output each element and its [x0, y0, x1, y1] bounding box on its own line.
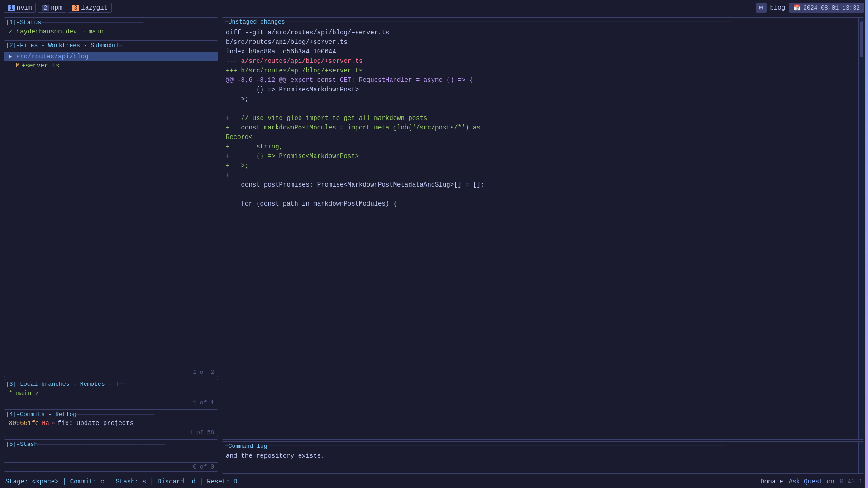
diff-line-7: () => Promise<MarkdownPost> [226, 85, 855, 95]
diff-line-10: + // use vite glob import to get all mar… [226, 114, 855, 123]
branches-section-label: [3]–Local branches - Remotes - T [6, 381, 119, 388]
project-name: blog [770, 4, 786, 11]
tab-bar: 1 nvim 2 npm 3 lazygit ⊞ blog 📅 2024-08-… [0, 0, 868, 15]
diff-line-3: index b8ac80a..c56b3a4 100644 [226, 47, 855, 57]
status-bar: Stage: <space> | Commit: c | Stash: s | … [0, 475, 868, 488]
commits-panel: [4]–Commits - Reflog ───────────────────… [4, 409, 218, 437]
status-item: ✓ haydenhanson.dev → main [4, 27, 218, 36]
files-section-label: [2]–Files - Worktrees - Submodul [6, 42, 119, 49]
cmd-log-panel: ─Command log────────────────────────────… [222, 441, 864, 474]
status-title: [1]–Status ───────────────────────────── [4, 18, 218, 27]
branches-footer: 1 of 1 [4, 398, 218, 407]
diff-line-17: const postPromises: Promise<MarkdownPost… [226, 180, 855, 190]
scrollbar[interactable] [858, 18, 864, 439]
file-dir-label: src/routes/api/blog [16, 53, 89, 60]
files-panel: [2]–Files - Worktrees - Submodul ─ ▶ src… [4, 40, 218, 377]
tab-label-npm: npm [51, 4, 62, 11]
tab-label-lazygit: lazygit [81, 4, 108, 11]
ask-question-link[interactable]: Ask Question [789, 478, 835, 485]
diff-line-18 [226, 190, 855, 199]
diff-line-8: >; [226, 95, 855, 104]
stash-footer: 0 of 0 [4, 462, 218, 471]
diff-line-9 [226, 104, 855, 114]
branch-item[interactable]: * main ✓ [4, 388, 218, 398]
file-item-dir[interactable]: ▶ src/routes/api/blog [4, 52, 218, 61]
datetime-display: 📅 2024-08-01 13:32 [789, 3, 864, 13]
diff-panel-inner: ─Unstaged changes───────────────────────… [222, 18, 858, 439]
right-panel: ─Unstaged changes───────────────────────… [222, 15, 868, 475]
file-item-file[interactable]: M+server.ts [4, 61, 218, 70]
diff-line-5: +++ b/src/routes/api/blog/+server.ts [226, 66, 855, 76]
branches-panel: [3]–Local branches - Remotes - T ── * ma… [4, 379, 218, 407]
files-content: ▶ src/routes/api/blog M+server.ts [4, 50, 218, 368]
cmd-log-dash: ─ [225, 443, 229, 450]
commits-footer: 1 of 58 [4, 428, 218, 437]
tab-lazygit[interactable]: 3 lazygit [68, 3, 112, 13]
cmd-log-content: and the repository exists. [222, 450, 858, 473]
scrollbar-thumb [860, 21, 863, 57]
commit-item[interactable]: 809661fe Ha ○ fix: update projects [4, 419, 218, 428]
main-content: [1]–Status ─────────────────────────────… [0, 15, 868, 475]
diff-line-13: + string, [226, 142, 855, 152]
diff-line-4: --- a/src/routes/api/blog/+server.ts [226, 57, 855, 66]
commit-msg: fix: update projects [57, 420, 134, 427]
files-footer: 1 of 2 [4, 368, 218, 377]
diff-content: diff --git a/src/routes/api/blog/+server… [222, 26, 858, 439]
right-accent-bar [865, 0, 868, 488]
tab-num-2: 2 [42, 5, 49, 11]
stash-section-label: [5]–Stash [6, 441, 38, 448]
stash-panel: [5]–Stash ──────────────────────────────… [4, 439, 218, 472]
diff-line-11: + const markdownPostModules = import.met… [226, 123, 855, 133]
donate-link[interactable]: Donate [760, 478, 783, 485]
commit-author: Ha [42, 420, 49, 427]
version-label: 0.43.1 [840, 478, 863, 485]
stash-title: [5]–Stash ──────────────────────────────… [4, 440, 218, 449]
status-bar-keybindings: Stage: <space> | Commit: c | Stash: s | … [5, 478, 253, 485]
files-title: [2]–Files - Worktrees - Submodul ─ [4, 41, 218, 50]
tab-num-3: 3 [72, 5, 79, 11]
diff-line-16: + [226, 171, 855, 180]
tab-num-1: 1 [8, 5, 15, 11]
diff-line-12: Record< [226, 133, 855, 142]
commit-hash: 809661fe [9, 420, 39, 427]
commit-dot: ○ [52, 421, 55, 426]
cmd-panel-inner: ─Command log────────────────────────────… [222, 442, 858, 473]
status-panel: [1]–Status ─────────────────────────────… [4, 17, 218, 38]
cmd-scrollbar [858, 442, 864, 473]
tab-label-nvim: nvim [17, 4, 32, 11]
diff-line-1: diff --git a/src/routes/api/blog/+server… [226, 28, 855, 38]
file-modified-badge: M [16, 62, 19, 69]
stash-content [4, 449, 218, 462]
layout-icon: ⊞ [756, 3, 767, 13]
diff-section-title: Unstaged changes [229, 19, 285, 25]
diff-line-6: @@ -8,6 +8,12 @@ export const GET: Reque… [226, 76, 855, 85]
diff-line-15: + >; [226, 161, 855, 171]
commits-section-label: [4]–Commits - Reflog [6, 411, 76, 418]
left-panel: [1]–Status ─────────────────────────────… [0, 15, 222, 475]
diff-section-label: ─ [225, 19, 229, 25]
calendar-icon: 📅 [793, 4, 801, 11]
right-bar: ⊞ blog 📅 2024-08-01 13:32 [756, 3, 864, 13]
file-name-label: +server.ts [21, 62, 59, 69]
diff-line-19: for (const path in markdownPostModules) … [226, 199, 855, 209]
diff-line-14: + () => Promise<MarkdownPost> [226, 152, 855, 161]
diff-line-2: b/src/routes/api/blog/+server.ts [226, 38, 855, 47]
cmd-log-title: ─Command log────────────────────────────… [222, 442, 858, 450]
diff-title: ─Unstaged changes───────────────────────… [222, 18, 858, 26]
status-section-label: [1]–Status [6, 19, 41, 26]
cmd-log-label: Command log [229, 443, 267, 450]
diff-panel-wrapper: ─Unstaged changes───────────────────────… [222, 17, 864, 440]
branches-title: [3]–Local branches - Remotes - T ── [4, 379, 218, 388]
status-bar-right: Donate Ask Question 0.43.1 [760, 478, 863, 485]
files-panel-inner: [2]–Files - Worktrees - Submodul ─ ▶ src… [4, 40, 218, 377]
time-value: 2024-08-01 13:32 [803, 5, 860, 11]
tab-npm[interactable]: 2 npm [38, 3, 66, 13]
commits-title: [4]–Commits - Reflog ───────────────────… [4, 410, 218, 419]
tab-nvim[interactable]: 1 nvim [4, 3, 36, 13]
